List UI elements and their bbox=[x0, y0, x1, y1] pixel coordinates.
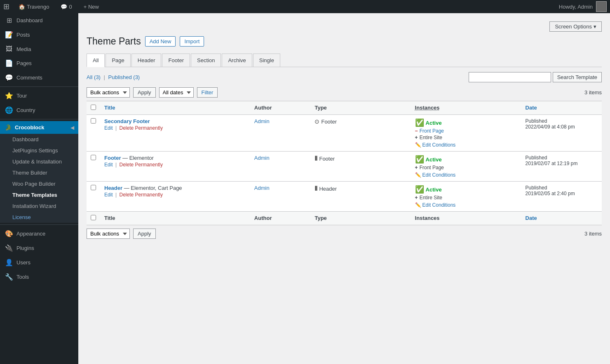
author-link-1[interactable]: Admin bbox=[254, 118, 270, 124]
filter-published-link[interactable]: Published (3) bbox=[108, 74, 140, 80]
chevron-left-icon: ◀ bbox=[70, 125, 74, 131]
row-actions-3: Edit | Delete Permanently bbox=[104, 192, 246, 198]
bulk-actions-select-bottom[interactable]: Bulk actions bbox=[87, 229, 130, 239]
footer-col-cb bbox=[87, 212, 100, 225]
row-select-2[interactable] bbox=[91, 155, 96, 160]
footer-col-title: Title bbox=[100, 212, 250, 225]
search-input[interactable] bbox=[469, 72, 551, 82]
action-bar-top: Bulk actions Apply All dates Filter 3 it… bbox=[87, 87, 602, 98]
tab-archive[interactable]: Archive bbox=[222, 54, 252, 67]
wp-logo-icon[interactable]: ⊞ bbox=[3, 2, 9, 11]
sidebar-item-country[interactable]: 🌐 Country bbox=[0, 103, 78, 117]
filter-all-link[interactable]: All (3) bbox=[87, 74, 101, 80]
col-header-cb bbox=[87, 101, 100, 115]
table-row: Header — Elementor, Cart Page Edit | Del… bbox=[87, 182, 602, 212]
sidebar-item-tour[interactable]: ⭐ Tour bbox=[0, 89, 78, 103]
topbar-site[interactable]: 🏠 Travengo bbox=[16, 4, 52, 10]
status-active-1: ✅ Active bbox=[415, 118, 517, 127]
sidebar-sep-3 bbox=[0, 224, 78, 225]
edit-link-2[interactable]: Edit bbox=[104, 162, 113, 168]
sidebar-item-cb-jetplugins[interactable]: JetPlugins Settings bbox=[0, 145, 78, 156]
sidebar-item-media[interactable]: 🖼 Media bbox=[0, 42, 78, 56]
sidebar-item-cb-theme-templates[interactable]: Theme Templates bbox=[0, 189, 78, 201]
crocoblock-type-icon-1: ⊙ bbox=[314, 118, 319, 125]
sidebar-crocoblock[interactable]: 🐊 Crocoblock ◀ bbox=[0, 121, 78, 134]
row-checkbox-2 bbox=[87, 152, 100, 182]
sidebar-item-appearance[interactable]: 🎨 Appearance bbox=[0, 226, 78, 241]
sidebar-item-users[interactable]: 👤 Users bbox=[0, 255, 78, 270]
tab-header[interactable]: Header bbox=[131, 54, 162, 67]
sidebar-sep-1 bbox=[0, 86, 78, 87]
comments-icon: 💬 bbox=[61, 4, 67, 10]
sidebar-item-dashboard[interactable]: ⊞ Dashboard bbox=[0, 13, 78, 28]
row-select-1[interactable] bbox=[91, 118, 96, 124]
author-link-2[interactable]: Admin bbox=[254, 155, 270, 161]
country-icon: 🌐 bbox=[5, 106, 13, 114]
dates-select[interactable]: All dates bbox=[159, 87, 194, 98]
import-button[interactable]: Import bbox=[180, 36, 204, 47]
home-icon: 🏠 bbox=[19, 4, 25, 10]
active-icon-3: ✅ bbox=[415, 185, 424, 194]
sidebar-item-cb-license[interactable]: License bbox=[0, 212, 78, 223]
screen-options-button[interactable]: Screen Options ▾ bbox=[549, 21, 602, 32]
sidebar-item-cb-update[interactable]: Update & Installation bbox=[0, 156, 78, 167]
filter-button[interactable]: Filter bbox=[197, 87, 218, 98]
row-checkbox-3 bbox=[87, 182, 100, 212]
status-active-2: ✅ Active bbox=[415, 155, 517, 164]
edit-conditions-link-1[interactable]: ✏️ Edit Conditions bbox=[415, 142, 517, 148]
col-header-title[interactable]: Title bbox=[100, 101, 250, 115]
footer-col-date: Date bbox=[521, 212, 602, 225]
condition-link-1-1[interactable]: Front Page bbox=[420, 128, 444, 134]
edit-conditions-link-2[interactable]: ✏️ Edit Conditions bbox=[415, 172, 517, 178]
apply-button-top[interactable]: Apply bbox=[133, 87, 156, 98]
row-actions-2: Edit | Delete Permanently bbox=[104, 162, 246, 168]
tab-all[interactable]: All bbox=[87, 54, 105, 67]
bulk-actions-select[interactable]: Bulk actions bbox=[87, 87, 130, 98]
topbar-comments[interactable]: 💬 0 bbox=[58, 4, 74, 10]
row-title-link-3[interactable]: Header bbox=[104, 185, 122, 191]
row-date-2: Published 2019/02/07 at 12:19 pm bbox=[521, 152, 602, 182]
edit-conditions-link-3[interactable]: ✏️ Edit Conditions bbox=[415, 202, 517, 208]
row-title-2: Footer — Elementor Edit | Delete Permane… bbox=[100, 152, 250, 182]
table-footer-header: Title Author Type Instances Date bbox=[87, 212, 602, 225]
tab-footer[interactable]: Footer bbox=[162, 54, 190, 67]
search-template-button[interactable]: Search Template bbox=[553, 72, 602, 82]
edit-link-1[interactable]: Edit bbox=[104, 125, 113, 131]
sidebar-item-tools[interactable]: 🔧 Tools bbox=[0, 270, 78, 284]
delete-link-3[interactable]: Delete Permanently bbox=[120, 192, 163, 198]
tab-single[interactable]: Single bbox=[253, 54, 280, 67]
sidebar-item-comments[interactable]: 💬 Comments bbox=[0, 70, 78, 85]
row-title-link-2[interactable]: Footer bbox=[104, 155, 121, 161]
sidebar-item-cb-woo-builder[interactable]: Woo Page Builder bbox=[0, 178, 78, 189]
pages-icon: 📄 bbox=[5, 59, 13, 67]
sidebar-item-cb-theme-builder[interactable]: Theme Builder bbox=[0, 167, 78, 178]
select-all-checkbox[interactable] bbox=[91, 105, 96, 110]
action-bar-bottom: Bulk actions Apply 3 items bbox=[87, 229, 602, 239]
add-new-button[interactable]: Add New bbox=[145, 36, 176, 47]
active-icon-2: ✅ bbox=[415, 155, 424, 164]
sidebar-item-cb-wizard[interactable]: Installation Wizard bbox=[0, 201, 78, 212]
row-author-2: Admin bbox=[250, 152, 311, 182]
row-title-link-1[interactable]: Secondary Footer bbox=[104, 118, 150, 124]
items-count-bottom: 3 items bbox=[584, 231, 602, 237]
sidebar-item-posts[interactable]: 📝 Posts bbox=[0, 28, 78, 42]
footer-select-all[interactable] bbox=[91, 215, 96, 220]
col-header-type: Type bbox=[310, 101, 411, 115]
apply-button-bottom[interactable]: Apply bbox=[133, 229, 156, 239]
sidebar-item-plugins[interactable]: 🔌 Plugins bbox=[0, 241, 78, 255]
sidebar-item-pages[interactable]: 📄 Pages bbox=[0, 56, 78, 70]
row-type-3: Ⅱ Header bbox=[310, 182, 411, 212]
col-header-date[interactable]: Date bbox=[521, 101, 602, 115]
delete-link-2[interactable]: Delete Permanently bbox=[120, 162, 163, 168]
row-select-3[interactable] bbox=[91, 185, 96, 190]
footer-col-instances: Instances bbox=[411, 212, 521, 225]
delete-link-1[interactable]: Delete Permanently bbox=[120, 125, 163, 131]
avatar[interactable] bbox=[596, 1, 607, 12]
tab-page[interactable]: Page bbox=[106, 54, 130, 67]
media-icon: 🖼 bbox=[5, 45, 13, 53]
topbar-new[interactable]: + New bbox=[81, 4, 101, 10]
tab-section[interactable]: Section bbox=[191, 54, 221, 67]
edit-link-3[interactable]: Edit bbox=[104, 192, 113, 198]
author-link-3[interactable]: Admin bbox=[254, 185, 270, 191]
sidebar-item-cb-dashboard[interactable]: Dashboard bbox=[0, 134, 78, 145]
